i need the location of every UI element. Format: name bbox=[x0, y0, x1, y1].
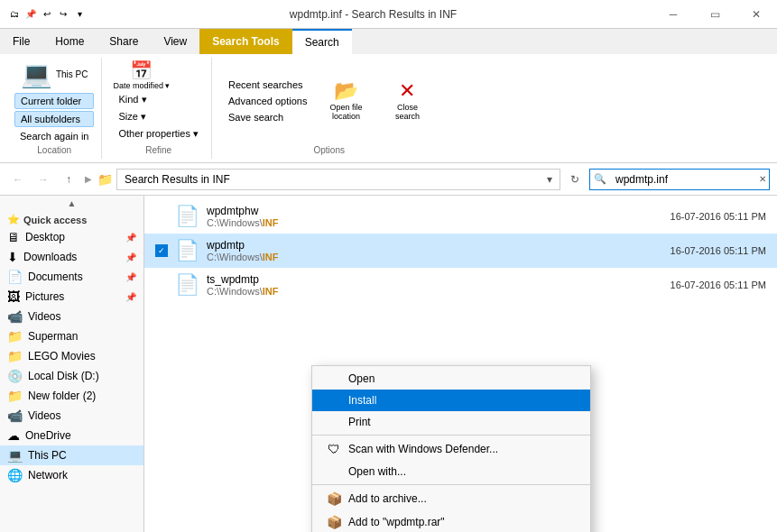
quick-access-icon: 📌 bbox=[23, 7, 38, 22]
dropdown-icon[interactable]: ▾ bbox=[72, 7, 87, 22]
desktop-pin: 📌 bbox=[125, 233, 136, 243]
file-checkbox-ts-wpdmtp[interactable] bbox=[155, 279, 168, 291]
ctx-archive-icon: 📦 bbox=[327, 491, 341, 506]
advanced-options-button[interactable]: Advanced options bbox=[223, 94, 312, 108]
file-date-wpdmtphw: 16-07-2016 05:11 PM bbox=[671, 211, 766, 222]
current-folder-button[interactable]: Current folder bbox=[14, 93, 94, 109]
file-info-wpdmtphw: wpdmtphw C:\Windows\INF bbox=[207, 205, 663, 228]
save-search-button[interactable]: Save search bbox=[223, 110, 312, 124]
tab-share[interactable]: Share bbox=[97, 29, 151, 54]
desktop-icon: 🖥 bbox=[7, 230, 20, 244]
tab-search[interactable]: Search bbox=[292, 29, 352, 54]
file-date-wpdmtp: 16-07-2016 05:11 PM bbox=[671, 245, 766, 256]
recent-searches-button[interactable]: Recent searches bbox=[223, 78, 312, 92]
other-properties-button[interactable]: Other properties ▾ bbox=[113, 126, 204, 142]
search-again-in-button[interactable]: Search again in bbox=[14, 129, 94, 143]
ribbon-group-location: 💻 This PC Current folder All subfolders … bbox=[7, 58, 102, 159]
minimize-button[interactable]: ─ bbox=[652, 0, 694, 29]
ribbon-group-options: Recent searches Advanced options Save se… bbox=[216, 58, 442, 159]
location-group-content: 💻 This PC Current folder All subfolders … bbox=[14, 58, 94, 143]
forward-button[interactable]: → bbox=[32, 169, 54, 190]
file-item-wpdmtphw[interactable]: 📄 wpdmtphw C:\Windows\INF 16-07-2016 05:… bbox=[144, 199, 777, 234]
superman-icon: 📁 bbox=[7, 329, 23, 344]
sidebar-item-onedrive[interactable]: ☁ OneDrive bbox=[0, 426, 143, 445]
tab-search-tools[interactable]: Search Tools bbox=[199, 29, 291, 54]
ctx-print[interactable]: Print bbox=[312, 411, 590, 433]
ribbon-content: 💻 This PC Current folder All subfolders … bbox=[0, 54, 777, 162]
redo-icon: ↪ bbox=[56, 7, 70, 22]
file-path-wpdmtphw: C:\Windows\INF bbox=[207, 217, 663, 228]
ctx-add-archive[interactable]: 📦 Add to archive... bbox=[312, 487, 590, 510]
restore-button[interactable]: ▭ bbox=[694, 0, 735, 29]
network-label: Network bbox=[28, 469, 136, 482]
sidebar: ▲ ⭐ Quick access 🖥 Desktop 📌 ⬇ Downloads… bbox=[0, 196, 144, 532]
all-subfolders-button[interactable]: All subfolders bbox=[14, 111, 94, 127]
address-path[interactable]: Search Results in INF ▾ bbox=[116, 169, 560, 190]
ctx-install[interactable]: Install bbox=[312, 390, 590, 411]
sidebar-item-desktop[interactable]: 🖥 Desktop 📌 bbox=[0, 227, 143, 247]
up-button[interactable]: ↑ bbox=[58, 169, 79, 190]
ctx-scan-label: Scan with Windows Defender... bbox=[348, 443, 576, 455]
documents-label: Documents bbox=[28, 271, 120, 283]
size-button[interactable]: Size ▾ bbox=[113, 109, 204, 124]
pictures-label: Pictures bbox=[25, 290, 120, 303]
tab-home[interactable]: Home bbox=[42, 29, 97, 54]
sidebar-item-documents[interactable]: 📄 Documents 📌 bbox=[0, 267, 143, 287]
open-file-location-button[interactable]: 📂 Open file location bbox=[318, 78, 374, 123]
sidebar-item-pictures[interactable]: 🖼 Pictures 📌 bbox=[0, 287, 143, 307]
ctx-add-rar[interactable]: 📦 Add to "wpdmtp.rar" bbox=[312, 510, 590, 532]
tab-file[interactable]: File bbox=[0, 29, 42, 54]
ctx-add-archive-label: Add to archive... bbox=[348, 492, 576, 505]
ribbon-group-refine: 📅 Date modified ▾ Kind ▾ Size ▾ Other pr… bbox=[106, 58, 212, 159]
sidebar-item-this-pc[interactable]: 💻 This PC bbox=[0, 445, 143, 465]
sidebar-item-network[interactable]: 🌐 Network bbox=[0, 465, 143, 485]
open-file-icon: 📂 bbox=[334, 79, 358, 103]
this-pc-button[interactable]: 💻 This PC bbox=[14, 58, 94, 91]
documents-pin: 📌 bbox=[125, 272, 136, 282]
file-checkbox-wpdmtphw[interactable] bbox=[155, 210, 168, 223]
tab-view[interactable]: View bbox=[151, 29, 199, 54]
close-button[interactable]: ✕ bbox=[735, 0, 777, 29]
ctx-open[interactable]: Open bbox=[312, 368, 590, 390]
app-icon: 🗂 bbox=[7, 7, 22, 22]
file-item-ts-wpdmtp[interactable]: 📄 ts_wpdmtp C:\Windows\INF 16-07-2016 05… bbox=[144, 268, 777, 302]
file-path-wpdmtp: C:\Windows\INF bbox=[207, 252, 663, 262]
sidebar-item-superman[interactable]: 📁 Superman bbox=[0, 326, 143, 346]
window-title: wpdmtp.inf - Search Results in INF bbox=[94, 8, 652, 21]
onedrive-icon: ☁ bbox=[7, 428, 20, 443]
ctx-open-label: Open bbox=[348, 372, 576, 385]
ribbon-tabs: File Home Share View Search Tools Search bbox=[0, 29, 777, 54]
close-search-button[interactable]: ✕ Close search bbox=[379, 78, 435, 123]
ctx-open-with-label: Open with... bbox=[348, 465, 576, 478]
refine-label: Refine bbox=[113, 143, 204, 155]
kind-button[interactable]: Kind ▾ bbox=[113, 92, 204, 107]
sidebar-quick-access-header[interactable]: ⭐ Quick access bbox=[0, 210, 143, 227]
this-pc-label: This PC bbox=[28, 449, 136, 462]
sidebar-item-new-folder[interactable]: 📁 New folder (2) bbox=[0, 386, 143, 406]
ctx-open-with[interactable]: Open with... bbox=[312, 461, 590, 482]
sidebar-item-local-disk[interactable]: 💿 Local Disk (D:) bbox=[0, 366, 143, 386]
sidebar-item-downloads[interactable]: ⬇ Downloads 📌 bbox=[0, 247, 143, 267]
sidebar-scroll-up[interactable]: ▲ bbox=[0, 196, 143, 210]
downloads-icon: ⬇ bbox=[7, 250, 18, 264]
refresh-button[interactable]: ↻ bbox=[564, 169, 586, 190]
file-item-wpdmtp[interactable]: ✓ 📄 wpdmtp C:\Windows\INF 16-07-2016 05:… bbox=[144, 234, 777, 268]
new-folder-label: New folder (2) bbox=[28, 390, 136, 402]
file-info-wpdmtp: wpdmtp C:\Windows\INF bbox=[207, 239, 663, 262]
local-disk-label: Local Disk (D:) bbox=[28, 370, 136, 382]
ctx-print-label: Print bbox=[348, 416, 576, 428]
back-button[interactable]: ← bbox=[7, 169, 29, 190]
date-modified-button[interactable]: 📅 Date modified ▾ bbox=[113, 60, 170, 90]
sidebar-item-videos2[interactable]: 📹 Videos bbox=[0, 406, 143, 426]
search-input[interactable] bbox=[610, 173, 756, 186]
ctx-scan-defender[interactable]: 🛡 Scan with Windows Defender... bbox=[312, 437, 590, 461]
sidebar-item-lego-movies[interactable]: 📁 LEGO Movies bbox=[0, 346, 143, 366]
file-checkbox-wpdmtp[interactable]: ✓ bbox=[155, 244, 168, 257]
this-pc-icon: 💻 bbox=[7, 448, 23, 463]
folder-icon: 📁 bbox=[97, 172, 113, 187]
main-content: ▲ ⭐ Quick access 🖥 Desktop 📌 ⬇ Downloads… bbox=[0, 196, 777, 532]
search-clear-button[interactable]: ✕ bbox=[756, 174, 769, 184]
search-icon: 🔍 bbox=[590, 173, 610, 185]
context-menu: Open Install Print 🛡 Scan with Windows D… bbox=[311, 365, 591, 532]
sidebar-item-videos[interactable]: 📹 Videos bbox=[0, 307, 143, 326]
